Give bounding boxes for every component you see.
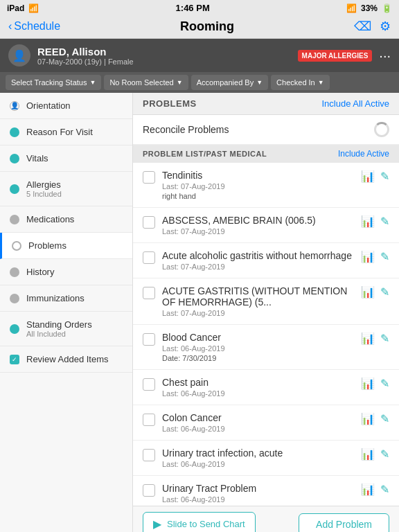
room-dropdown[interactable]: No Room Selected ▼ bbox=[104, 75, 188, 90]
problem-item: Tendinitis Last: 07-Aug-2019 right hand … bbox=[133, 163, 399, 208]
chart-icon[interactable]: 📊 bbox=[361, 250, 375, 263]
problem-checkbox[interactable] bbox=[143, 216, 155, 229]
send-chart-button[interactable]: ▶ Slide to Send Chart bbox=[143, 512, 256, 532]
problem-name: Urinary tract infection, acute bbox=[162, 447, 354, 459]
person-icon: 👤 bbox=[10, 101, 19, 111]
tracking-status-dropdown[interactable]: Select Tracking Status ▼ bbox=[6, 75, 101, 90]
main-layout: 👤 Orientation Reason For Visit Vitals Al… bbox=[0, 93, 399, 532]
problem-note: Date: 7/30/2019 bbox=[162, 354, 354, 362]
send-chart-label: Slide to Send Chart bbox=[167, 519, 245, 529]
loading-spinner bbox=[374, 122, 389, 137]
status-dot bbox=[10, 324, 19, 334]
sidebar-item-review-added-items[interactable]: ✓ Review Added Items bbox=[0, 346, 132, 373]
edit-icon[interactable]: ✎ bbox=[380, 377, 389, 390]
section-include-active-button[interactable]: Include Active bbox=[338, 149, 389, 159]
sidebar-item-label: Reason For Visit bbox=[26, 127, 93, 137]
problem-note: right hand bbox=[162, 192, 354, 200]
problem-date: Last: 07-Aug-2019 bbox=[162, 182, 354, 190]
sidebar-item-label: Allergies bbox=[26, 179, 62, 190]
back-button[interactable]: ‹ Schedule bbox=[8, 20, 60, 33]
problem-date: Last: 07-Aug-2019 bbox=[162, 227, 354, 236]
problem-checkbox[interactable] bbox=[143, 251, 155, 264]
problem-checkbox[interactable] bbox=[143, 333, 155, 346]
sidebar-item-immunizations[interactable]: Immunizations bbox=[0, 285, 132, 312]
reconcile-bar: Reconcile Problems bbox=[133, 115, 399, 145]
edit-icon[interactable]: ✎ bbox=[380, 285, 389, 299]
wifi-icon: 📶 bbox=[28, 3, 39, 13]
chart-icon[interactable]: 📊 bbox=[361, 483, 375, 496]
problem-name: Acute alcoholic gastritis without hemorr… bbox=[162, 250, 354, 261]
sidebar-item-problems[interactable]: Problems bbox=[0, 233, 132, 259]
status-dot bbox=[12, 241, 21, 251]
battery-level: 33% bbox=[361, 3, 378, 13]
problem-date: Last: 06-Aug-2019 bbox=[162, 425, 354, 433]
sidebar-item-label: History bbox=[26, 267, 54, 277]
back-label: Schedule bbox=[14, 20, 60, 33]
edit-icon[interactable]: ✎ bbox=[380, 170, 389, 183]
chevron-left-icon: ‹ bbox=[8, 20, 12, 33]
accompanied-by-dropdown[interactable]: Accompanied By ▼ bbox=[191, 75, 268, 90]
chart-icon[interactable]: 📊 bbox=[361, 412, 375, 425]
sidebar-item-medications[interactable]: Medications bbox=[0, 206, 132, 233]
chevron-down-icon: ▼ bbox=[89, 79, 96, 86]
edit-icon[interactable]: ✎ bbox=[380, 447, 389, 461]
add-problem-button[interactable]: Add Problem bbox=[299, 513, 389, 533]
include-all-active-button[interactable]: Include All Active bbox=[321, 98, 389, 109]
sidebar-item-label: Problems bbox=[28, 240, 66, 251]
status-bar: iPad 📶 1:46 PM 📶 33% 🔋 bbox=[0, 0, 399, 16]
problem-name: Colon Cancer bbox=[162, 412, 354, 423]
edit-icon[interactable]: ✎ bbox=[380, 483, 389, 496]
checked-in-dropdown[interactable]: Checked In ▼ bbox=[271, 75, 330, 90]
problem-name: ABSCESS, AMEBIC BRAIN (006.5) bbox=[162, 215, 354, 226]
sidebar-item-orientation[interactable]: 👤 Orientation bbox=[0, 93, 132, 119]
chart-icon[interactable]: 📊 bbox=[361, 285, 375, 299]
problem-item: Chest pain Last: 06-Aug-2019 📊 ✎ bbox=[133, 370, 399, 405]
battery-icon: 🔋 bbox=[382, 3, 392, 13]
status-time: 1:46 PM bbox=[176, 3, 210, 13]
chart-icon[interactable]: 📊 bbox=[361, 377, 375, 390]
bottom-bar: ▶ Slide to Send Chart Add Problem bbox=[133, 506, 399, 532]
content-area: PROBLEMS Include All Active Reconcile Pr… bbox=[133, 93, 399, 532]
problem-checkbox[interactable] bbox=[143, 449, 155, 461]
settings-icon[interactable]: ⚙ bbox=[380, 19, 391, 34]
problem-checkbox[interactable] bbox=[143, 484, 155, 497]
filter-icon[interactable]: ⌫ bbox=[354, 19, 371, 34]
sidebar-item-label: Orientation bbox=[26, 100, 71, 111]
sidebar-item-history[interactable]: History bbox=[0, 259, 132, 285]
tracking-bar: Select Tracking Status ▼ No Room Selecte… bbox=[0, 72, 399, 93]
sidebar-item-label: Review Added Items bbox=[26, 354, 109, 364]
chart-icon[interactable]: 📊 bbox=[361, 332, 375, 345]
problems-header: PROBLEMS Include All Active bbox=[133, 93, 399, 115]
problem-checkbox[interactable] bbox=[143, 378, 155, 391]
edit-icon[interactable]: ✎ bbox=[380, 215, 389, 228]
problem-checkbox[interactable] bbox=[143, 171, 155, 184]
allergy-badge[interactable]: MAJOR ALLERGIES bbox=[298, 50, 373, 62]
status-dot bbox=[10, 215, 19, 224]
edit-icon[interactable]: ✎ bbox=[380, 412, 389, 425]
device-label: iPad bbox=[7, 3, 24, 13]
sidebar-item-vitals[interactable]: Vitals bbox=[0, 145, 132, 172]
chevron-down-icon: ▼ bbox=[177, 79, 183, 86]
more-options-button[interactable]: ··· bbox=[379, 48, 391, 64]
sidebar-item-label: Vitals bbox=[26, 153, 48, 163]
chart-icon[interactable]: 📊 bbox=[361, 215, 375, 228]
problem-item: ACUTE GASTRITIS (WITHOUT MENTION OF HEMO… bbox=[133, 278, 399, 325]
problem-checkbox[interactable] bbox=[143, 414, 155, 426]
sidebar-item-allergies[interactable]: Allergies 5 Included bbox=[0, 172, 132, 206]
problem-name: Chest pain bbox=[162, 377, 354, 388]
problem-checkbox[interactable] bbox=[143, 287, 155, 299]
edit-icon[interactable]: ✎ bbox=[380, 250, 389, 263]
problem-date: Last: 06-Aug-2019 bbox=[162, 495, 354, 504]
chart-icon[interactable]: 📊 bbox=[361, 170, 375, 183]
problem-item: Urinary tract infection, acute Last: 06-… bbox=[133, 441, 399, 476]
problem-item: Acute alcoholic gastritis without hemorr… bbox=[133, 243, 399, 278]
problem-name: Blood Cancer bbox=[162, 332, 354, 343]
sidebar-item-standing-orders[interactable]: Standing Orders All Included bbox=[0, 312, 132, 346]
problem-item: Blood Cancer Last: 06-Aug-2019 Date: 7/3… bbox=[133, 325, 399, 370]
problem-item: ABSCESS, AMEBIC BRAIN (006.5) Last: 07-A… bbox=[133, 208, 399, 243]
edit-icon[interactable]: ✎ bbox=[380, 332, 389, 345]
chart-icon[interactable]: 📊 bbox=[361, 447, 375, 461]
sidebar-item-reason-for-visit[interactable]: Reason For Visit bbox=[0, 119, 132, 145]
status-dot bbox=[10, 184, 19, 194]
status-dot bbox=[10, 267, 19, 277]
